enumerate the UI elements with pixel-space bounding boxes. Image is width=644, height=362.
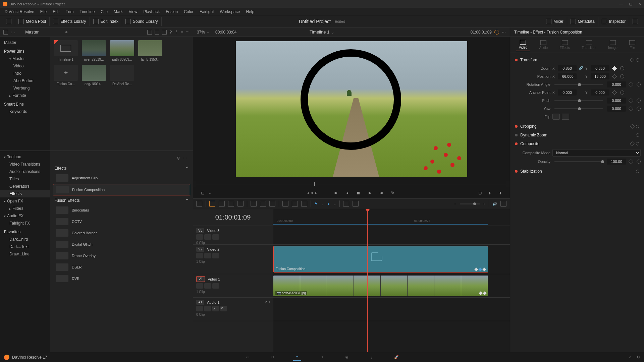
track-disable-icon[interactable] <box>212 234 219 240</box>
etree-fav2[interactable]: Dark...Text <box>0 243 50 250</box>
maximize-icon[interactable]: ▢ <box>629 2 632 6</box>
keyframe-icon[interactable] <box>612 66 617 71</box>
track-arm-icon[interactable] <box>204 306 211 311</box>
menu-clip[interactable]: Clip <box>98 9 110 15</box>
reset-icon[interactable] <box>620 66 624 70</box>
marker-add-icon[interactable]: ● <box>327 202 330 206</box>
effects-library-button[interactable]: Effects Library <box>60 19 86 24</box>
timeline-dropdown-icon[interactable]: ⌄ <box>331 29 334 35</box>
opacity-input[interactable] <box>607 159 626 165</box>
go-end-icon[interactable]: ⏭ <box>378 190 384 196</box>
close-icon[interactable]: ✕ <box>638 2 641 6</box>
keyframe-icon[interactable] <box>482 267 486 271</box>
etree-fairlight[interactable]: Fairlight FX <box>0 220 50 227</box>
anchor-x-input[interactable] <box>558 89 577 96</box>
clip-river[interactable]: river-29519... <box>82 40 106 61</box>
effect-binoculars[interactable]: Binoculars <box>53 205 190 216</box>
pitch-slider[interactable] <box>554 100 603 101</box>
effect-digital-glitch[interactable]: Digital Glitch <box>53 239 190 250</box>
reset-icon[interactable] <box>635 141 640 146</box>
out-point-icon[interactable]: ⏴ <box>497 190 503 196</box>
effect-cctv[interactable]: CCTV <box>53 216 190 227</box>
etree-favorites[interactable]: Favorites <box>0 227 50 236</box>
keyframe-icon[interactable] <box>478 267 482 271</box>
tree-video[interactable]: Video <box>0 62 50 70</box>
track-disable-icon[interactable] <box>212 253 219 258</box>
clip-dvr[interactable]: DaVinci Re... <box>110 65 134 86</box>
settings-icon[interactable]: ⚙ <box>637 355 640 359</box>
keyframe-icon[interactable] <box>612 90 617 95</box>
tree-keywords[interactable]: Keywords <box>0 108 50 115</box>
track-head-v2[interactable]: V2Video 2 1 Clip <box>193 245 273 274</box>
menu-edit[interactable]: Edit <box>50 9 62 15</box>
track-lock-icon[interactable] <box>196 283 203 289</box>
marker-icon[interactable]: ● <box>311 191 313 195</box>
tree-fortnite[interactable]: Fortnite <box>0 92 50 99</box>
etree-video-trans[interactable]: Video Transitions <box>0 161 50 168</box>
keyframe-icon[interactable] <box>629 106 633 111</box>
home-icon[interactable]: ⌂ <box>629 355 631 359</box>
effect-colored-border[interactable]: Colored Border <box>53 228 190 238</box>
reset-icon[interactable] <box>637 82 641 86</box>
flip-h-button[interactable] <box>552 114 560 120</box>
view-list-icon[interactable] <box>162 30 167 35</box>
track-head-v3[interactable]: V3Video 3 0 Clip <box>193 226 273 245</box>
clip-fusion-comp[interactable]: ✦Fusion Co... <box>54 65 78 86</box>
search-icon[interactable]: ⚲ <box>169 30 172 35</box>
etree-generators[interactable]: Generators <box>0 183 50 190</box>
tl-options-icon[interactable] <box>500 201 506 207</box>
reset-icon[interactable] <box>635 58 640 62</box>
keyframe-icon[interactable] <box>629 159 633 164</box>
etree-audio-trans[interactable]: Audio Transitions <box>0 168 50 175</box>
edit-index-icon[interactable] <box>93 19 99 24</box>
pool-dropdown-icon[interactable] <box>3 30 8 35</box>
menu-color[interactable]: Color <box>181 9 196 15</box>
clip-dog[interactable]: dog-18014... <box>82 65 106 86</box>
reset-icon[interactable] <box>635 133 640 137</box>
track-lane-v2[interactable]: Fusion Composition <box>273 245 510 274</box>
breadcrumb[interactable]: Master <box>25 29 39 35</box>
filter-icon[interactable]: ⋮ <box>175 30 178 35</box>
etree-fav3[interactable]: Draw...Line <box>0 250 50 258</box>
tree-abo[interactable]: Abo Button <box>0 77 50 84</box>
inspector-button[interactable]: Inspector <box>609 19 626 24</box>
sound-library-icon[interactable] <box>125 19 131 24</box>
page-edit-icon[interactable]: ≡ <box>293 354 301 361</box>
effects-library-icon[interactable] <box>53 19 58 24</box>
mixer-icon[interactable] <box>546 19 551 24</box>
zoom-out-icon[interactable]: − <box>454 202 456 206</box>
trim-tool-icon[interactable] <box>219 201 225 207</box>
options-icon[interactable]: ⋯ <box>186 30 190 35</box>
menu-playback[interactable]: Playback <box>141 9 162 15</box>
go-start-icon[interactable]: ⏮ <box>333 190 339 196</box>
tree-power-bins[interactable]: Power Bins <box>0 46 50 55</box>
view-metadata-icon[interactable] <box>147 30 152 35</box>
viewer-zoom[interactable]: 37% <box>197 30 205 35</box>
selection-tool-icon[interactable] <box>209 201 215 207</box>
scrub-bar[interactable] <box>196 181 506 187</box>
menu-fusion[interactable]: Fusion <box>163 9 180 15</box>
track-disable-icon[interactable] <box>212 283 219 289</box>
reset-icon[interactable] <box>620 90 624 95</box>
page-deliver-icon[interactable]: 🚀 <box>392 354 400 361</box>
tab-image[interactable]: Image <box>605 39 620 51</box>
viewer-mode-dropdown-icon[interactable]: ⌄ <box>208 191 211 195</box>
effect-fusion-comp[interactable]: Fusion Composition <box>53 184 190 195</box>
metadata-icon[interactable] <box>571 19 576 24</box>
effect-dslr[interactable]: DSLR <box>53 262 190 273</box>
pos-y-input[interactable] <box>591 73 609 79</box>
media-pool-button[interactable]: Media Pool <box>26 19 46 24</box>
etree-toolbox[interactable]: Toolbox <box>0 153 50 161</box>
loop-icon[interactable]: ↻ <box>390 190 396 196</box>
menu-davinci[interactable]: DaVinci Resolve <box>2 9 37 15</box>
menu-file[interactable]: File <box>38 9 49 15</box>
stop-icon[interactable]: ◼ <box>356 190 362 196</box>
edit-index-button[interactable]: Edit Index <box>101 19 118 24</box>
sort-icon[interactable]: ≡ <box>181 30 183 35</box>
in-point-icon[interactable]: ⏵ <box>487 190 493 196</box>
track-lane-v1[interactable]: 📷 path-832031.jpg <box>273 274 510 298</box>
keyframe-icon[interactable] <box>479 291 482 295</box>
effect-dve[interactable]: DVE <box>53 273 190 284</box>
link-icon[interactable]: 🔗 <box>579 66 583 71</box>
effects-cat-effects[interactable]: Effects⌃ <box>53 164 190 173</box>
